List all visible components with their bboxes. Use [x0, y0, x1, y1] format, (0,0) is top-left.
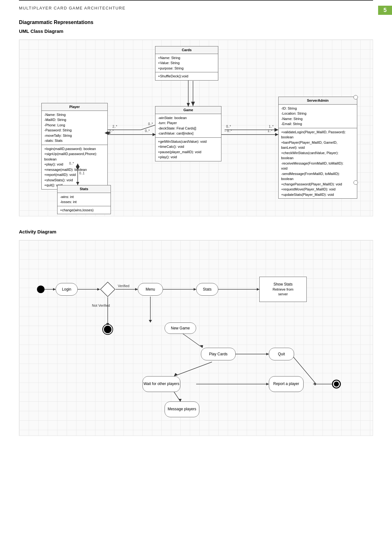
attr-line: -wins: int [60, 194, 108, 200]
uml-game-box: Game -winState: boolean -turn: Player -d… [155, 106, 221, 161]
attr-line: -cardValue: card[index] [158, 131, 219, 136]
page-header: MULTIPLAYER CARD GAME ARCHITECHTURE [19, 0, 373, 13]
attr-line: -turn: Player [158, 120, 219, 126]
svg-text:Verified: Verified [118, 284, 130, 288]
method-line: +login(mailID,password): boolean [44, 146, 105, 152]
svg-marker-50 [266, 353, 269, 355]
svg-marker-54 [266, 383, 269, 385]
method-line: void [281, 166, 354, 171]
method-line: boolean [281, 155, 354, 161]
svg-text:1..*: 1..* [269, 125, 274, 128]
method-line: +checkWinStatus(cardValue, Player): [281, 150, 354, 156]
page-number: 5 [378, 6, 392, 15]
method-line: boolean [281, 176, 354, 182]
svg-text:2..*: 2..* [109, 129, 114, 133]
uml-server-box: ServerAdmin -ID: String -Location: Strin… [278, 97, 357, 199]
method-line: +getWinStatus(cardValue): void [158, 139, 219, 144]
player-title: Player [42, 103, 107, 111]
attr-line: +Name: String [158, 55, 215, 61]
stats-title: Stats [57, 185, 111, 193]
method-line: +play(): void [44, 162, 105, 167]
method-line: +banPlayer(Player_MailID, GameID, [281, 140, 354, 145]
play-cards-node: Play Cards [201, 348, 236, 360]
cards-title: Cards [155, 46, 218, 54]
svg-text:1..*: 1..* [268, 129, 272, 133]
method-line: +ShuffleDeck():void [158, 74, 215, 79]
game-title: Game [155, 106, 221, 114]
method-line: +message(mailID): boolean [44, 167, 105, 172]
svg-marker-1 [191, 102, 195, 106]
new-game-node: New Game [165, 322, 196, 334]
attr-line: -Location: String [281, 111, 354, 116]
server-methods: +validateLogin(Player_MailID, Password):… [279, 128, 357, 199]
uml-heading: UML Class Diagram [19, 28, 373, 34]
method-line: banLevel): void [281, 145, 354, 150]
method-line: -sendMessage(FromMailID, toMailID): [281, 171, 354, 177]
attr-line: -Email: String [281, 121, 354, 127]
svg-marker-34 [53, 288, 56, 291]
method-line: +pause(player_mailID): void [158, 149, 219, 155]
svg-marker-6 [274, 128, 278, 132]
method-line: +report(mailID): void [44, 172, 105, 178]
verified-decision [100, 281, 116, 297]
svg-text:0..*: 0..* [148, 122, 153, 126]
server-title: ServerAdmin [279, 97, 357, 105]
method-line: boolean [281, 135, 354, 140]
method-line: boolean [44, 157, 105, 162]
activity-heading: Activity Diagram [19, 229, 373, 234]
attr-line: -winState: boolean [158, 115, 219, 121]
method-line: +requestMove(Player_MailID): void [281, 187, 354, 192]
header-title: MULTIPLAYER CARD GAME ARCHITECHTURE [19, 6, 125, 10]
method-line: +updateStats(Player_MailID): void [281, 192, 354, 197]
svg-marker-42 [194, 288, 196, 291]
svg-marker-56 [314, 382, 316, 386]
method-line: -receiveMessage(FromMailID, toMailID): [281, 161, 354, 166]
menu-node: Menu [138, 283, 163, 296]
svg-marker-52 [174, 373, 178, 376]
retrieve-label2: server [278, 292, 288, 297]
svg-text:←0..*: ←0..* [224, 129, 232, 133]
quit-node: Quit [269, 348, 294, 360]
method-line: +play(): void [158, 154, 219, 160]
uml-player-box: Player -Name: String -MailID: String -Ph… [41, 103, 108, 190]
cards-methods: +ShuffleDeck():void [155, 72, 218, 80]
svg-marker-40 [106, 323, 109, 326]
svg-marker-62 [100, 282, 115, 297]
svg-marker-44 [257, 288, 259, 291]
show-stats-node: Show Stats Retrieve from server [259, 277, 307, 302]
svg-marker-38 [135, 288, 138, 291]
method-line: +showStats(): void [44, 178, 105, 183]
attr-line: -Name: String [281, 116, 354, 122]
method-line: +signUp(mailID,password,Phone): [44, 151, 105, 157]
uml-diagram: 2..* 0..* 0..* 1..* 0..1 0..* Cards +Nam… [19, 39, 373, 216]
attr-line: -Phone: Long [44, 123, 105, 128]
diagrammatic-heading: Diagrammatic Representations [19, 20, 373, 25]
svg-marker-36 [97, 288, 100, 291]
show-stats-label: Show Stats [274, 282, 293, 287]
attr-line: -Password: String [44, 128, 105, 133]
activity-end [332, 380, 341, 388]
game-methods: +getWinStatus(cardValue): void +timeCalc… [155, 138, 221, 161]
attr-line: -deckState: Final Cards[] [158, 126, 219, 131]
server-attributes: -ID: String -Location: String -Name: Str… [279, 105, 357, 128]
player-methods: +login(mailID,password): boolean +signUp… [42, 145, 107, 189]
attr-line: -ID: String [281, 106, 354, 111]
stats-node: Stats [196, 283, 218, 296]
uml-stats-box: Stats -wins: int -losses: int +change(wi… [57, 185, 111, 214]
message-node: Message players [165, 401, 199, 417]
login-node: Login [56, 283, 78, 296]
method-line: +changePassword(Player_MailID): void [281, 182, 354, 187]
svg-marker-46 [149, 320, 152, 322]
attr-line: -Name: String [44, 112, 105, 117]
attr-line: +purpose: String [158, 66, 215, 71]
svg-line-47 [180, 332, 202, 348]
player-attributes: -Name: String -MailID: String -Phone: Lo… [42, 111, 107, 145]
stats-methods: +change(wins,losses) [57, 206, 111, 214]
retrieve-label: Retrieve from [273, 287, 293, 292]
svg-marker-59 [178, 399, 182, 401]
svg-marker-48 [200, 345, 203, 348]
svg-text:Not Verified: Not Verified [92, 304, 110, 307]
attr-line: -moveTally: String [44, 133, 105, 138]
method-line: +validateLogin(Player_MailID, Password): [281, 129, 354, 135]
svg-marker-25 [275, 133, 278, 136]
